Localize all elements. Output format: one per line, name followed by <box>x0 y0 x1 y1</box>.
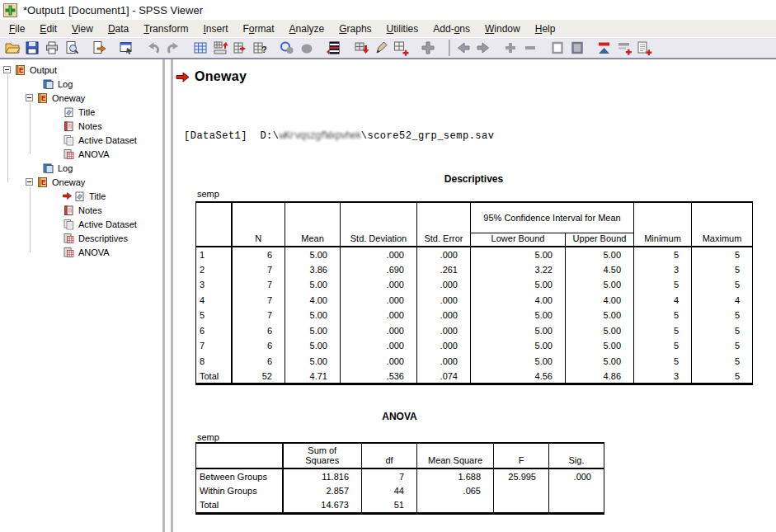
column-header: Lower Bound <box>471 233 566 247</box>
row-label-cell: Total <box>196 369 232 384</box>
export-button[interactable] <box>89 39 109 57</box>
collapse-all-button[interactable] <box>595 39 614 57</box>
undo-button[interactable] <box>143 39 163 57</box>
redo-button[interactable] <box>163 39 183 57</box>
save-button[interactable] <box>22 39 42 57</box>
table-row: Between Groups11.81671.68825.995.000 <box>196 468 604 483</box>
promote-outline-button[interactable] <box>454 39 473 57</box>
value-cell: .000 <box>417 247 471 262</box>
export-icon <box>91 40 107 56</box>
sidebar-item-label: ANOVA <box>78 149 110 159</box>
demote-outline-button[interactable] <box>473 39 493 57</box>
select-last-output-button[interactable] <box>351 39 371 57</box>
value-cell: 7 <box>232 293 285 308</box>
menu-format[interactable]: Format <box>236 21 282 37</box>
menu-utilities[interactable]: Utilities <box>379 21 426 37</box>
value-cell: 5 <box>634 354 692 370</box>
dialog-recall-button[interactable] <box>116 39 136 57</box>
menu-data[interactable]: Data <box>101 21 136 37</box>
insert-heading-button[interactable] <box>418 39 438 57</box>
menu-edit[interactable]: Edit <box>32 21 64 37</box>
sidebar-item-notes[interactable]: Notes <box>63 203 102 217</box>
collapse-outline-button[interactable] <box>520 39 540 57</box>
sidebar-item-oneway[interactable]: EOneway <box>26 175 85 189</box>
anova-table[interactable]: Sum of Squares df Mean Square F Sig. Bet… <box>195 442 604 515</box>
goto-case-button[interactable] <box>230 39 250 57</box>
show-output-button[interactable] <box>548 39 567 57</box>
value-cell: 5.00 <box>471 354 566 370</box>
undo-icon <box>145 40 162 56</box>
hide-output-button[interactable] <box>567 39 587 57</box>
value-cell: 1.688 <box>417 468 494 483</box>
print-button[interactable] <box>42 39 62 57</box>
tree-expander[interactable] <box>3 66 11 73</box>
sidebar-item-output[interactable]: EOutput <box>3 63 57 77</box>
pane-splitter[interactable] <box>162 59 173 532</box>
sidebar-item-label: Notes <box>78 121 102 131</box>
use-sets-icon <box>299 40 315 56</box>
value-cell: 3 <box>634 369 692 384</box>
sidebar-item-label: Descriptives <box>78 233 128 243</box>
column-header: Minimum <box>634 202 692 247</box>
log-icon <box>42 162 54 174</box>
sidebar-item-log[interactable]: Log <box>42 161 73 175</box>
sidebar-item-oneway[interactable]: EOneway <box>26 91 85 105</box>
column-header: Std. Deviation <box>341 202 417 247</box>
menu-help[interactable]: Help <box>528 21 563 37</box>
menu-insert[interactable]: Insert <box>195 21 235 37</box>
sidebar-item-active-dataset[interactable]: Active Dataset <box>63 217 137 231</box>
row-label-cell: 5 <box>196 308 232 323</box>
menu-view[interactable]: View <box>64 21 101 37</box>
value-cell: .000 <box>417 277 471 293</box>
goto-table-button[interactable] <box>190 39 210 57</box>
sidebar-item-log[interactable]: Log <box>42 77 73 91</box>
log-icon <box>42 78 54 90</box>
anova-title: ANOVA <box>195 411 604 422</box>
insert-title-button[interactable] <box>614 39 634 57</box>
row-label-cell: 6 <box>196 323 232 339</box>
descriptives-table[interactable]: N Mean Std. Deviation Std. Error 95% Con… <box>195 201 753 385</box>
menu-file[interactable]: File <box>2 21 32 37</box>
print-preview-button[interactable] <box>62 39 82 57</box>
value-cell: 4.00 <box>471 293 566 308</box>
value-cell: 4.56 <box>471 369 566 384</box>
menu-addons[interactable]: Add-ons <box>426 21 477 37</box>
goto-data-button[interactable] <box>210 39 230 57</box>
use-sets-button[interactable] <box>297 39 317 57</box>
table-row: 165.00.000.0005.005.0055 <box>196 247 753 262</box>
insert-text-button[interactable] <box>634 39 654 57</box>
table-row: Within Groups2.85744.065 <box>196 483 604 498</box>
sidebar-item-descriptives[interactable]: Descriptives <box>63 231 128 245</box>
descriptives-caption: semp <box>197 189 219 199</box>
designate-window-button[interactable] <box>371 39 391 57</box>
value-cell: 25.995 <box>494 468 549 483</box>
sidebar-item-active-dataset[interactable]: Active Dataset <box>63 133 137 147</box>
tree-expander[interactable] <box>26 94 33 101</box>
value-cell: 5 <box>634 247 692 262</box>
run-script-button[interactable] <box>324 39 344 57</box>
open-file-button[interactable] <box>2 39 22 57</box>
menu-graphs[interactable]: Graphs <box>332 21 379 37</box>
menu-window[interactable]: Window <box>477 21 528 37</box>
value-cell <box>494 498 549 513</box>
value-cell: 6 <box>232 354 285 370</box>
menu-analyze[interactable]: Analyze <box>282 21 332 37</box>
sidebar-item-title[interactable]: Title <box>63 189 106 203</box>
variables-button[interactable]: ? <box>250 39 270 57</box>
value-cell <box>549 483 604 498</box>
sidebar-item-title[interactable]: Title <box>63 105 95 119</box>
expand-outline-button[interactable] <box>501 39 520 57</box>
sidebar-item-label: Active Dataset <box>78 219 137 229</box>
title-icon <box>63 106 75 118</box>
value-cell: 4.00 <box>285 293 341 308</box>
outline-pane: EOutputLogEOnewayTitleNotesActive Datase… <box>0 59 162 532</box>
column-header: Std. Error <box>417 202 471 247</box>
tree-expander[interactable] <box>26 178 33 186</box>
insert-map-button[interactable] <box>391 39 411 57</box>
row-label-cell: Total <box>196 498 283 513</box>
sidebar-item-anova[interactable]: ANOVA <box>63 147 110 161</box>
sidebar-item-anova[interactable]: ANOVA <box>63 245 110 259</box>
sidebar-item-notes[interactable]: Notes <box>63 119 102 133</box>
menu-transform[interactable]: Transform <box>136 21 195 37</box>
find-button[interactable] <box>277 39 297 57</box>
